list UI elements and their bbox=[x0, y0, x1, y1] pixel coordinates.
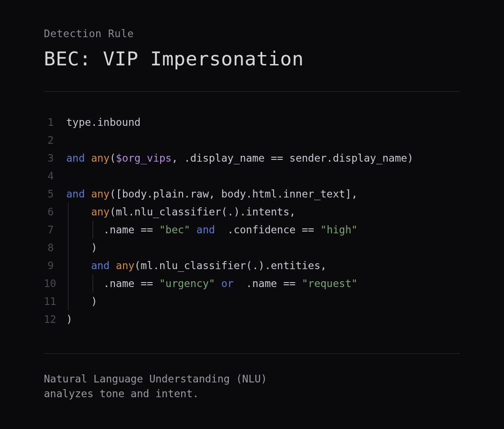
code-line: 10 .name == "urgency" or .name == "reque… bbox=[44, 275, 460, 292]
code-content bbox=[66, 167, 73, 185]
token-plain: (ml.nlu_classifier(.).intents, bbox=[110, 206, 295, 218]
code-content: and any($org_vips, .display_name == send… bbox=[66, 149, 413, 167]
code-line: 6 any(ml.nlu_classifier(.).intents, bbox=[44, 203, 460, 221]
indent-guide bbox=[68, 221, 68, 239]
divider-top bbox=[44, 91, 460, 92]
code-line: 9 and any(ml.nlu_classifier(.).entities, bbox=[44, 257, 460, 275]
token-plain: , .display_name == sender.display_name) bbox=[171, 152, 413, 164]
footer-line-2: analyzes tone and intent. bbox=[44, 386, 460, 401]
token-plain: (ml.nlu_classifier(.).entities, bbox=[134, 260, 326, 271]
token-kw-str: "request" bbox=[302, 278, 358, 289]
code-line: 5and any([body.plain.raw, body.html.inne… bbox=[44, 185, 460, 203]
code-content: and any(ml.nlu_classifier(.).entities, bbox=[66, 257, 327, 275]
line-number: 9 bbox=[44, 257, 66, 275]
code-line: 8 ) bbox=[44, 239, 460, 257]
code-line: 11 ) bbox=[44, 292, 460, 310]
token-kw-str: "bec" bbox=[159, 224, 190, 236]
code-line: 7 .name == "bec" and .confidence == "hig… bbox=[44, 221, 460, 239]
token-kw-and: or bbox=[221, 278, 234, 289]
code-line: 1type.inbound bbox=[44, 113, 460, 131]
code-line: 2 bbox=[44, 131, 460, 149]
token-plain: type.inbound bbox=[66, 116, 141, 128]
line-number: 5 bbox=[44, 185, 66, 203]
token-kw-var: $org_vips bbox=[116, 152, 172, 164]
indent-guide bbox=[68, 275, 68, 292]
token-plain: ( bbox=[110, 152, 116, 164]
indent-guide bbox=[93, 275, 93, 292]
line-number: 12 bbox=[44, 310, 66, 328]
token-plain bbox=[215, 278, 221, 289]
token-kw-any: any bbox=[91, 206, 110, 218]
token-plain: ) bbox=[91, 242, 97, 253]
token-kw-and: and bbox=[66, 188, 85, 200]
code-content: and any([body.plain.raw, body.html.inner… bbox=[66, 185, 358, 203]
token-plain: ([body.plain.raw, body.html.inner_text], bbox=[110, 188, 358, 200]
code-content bbox=[66, 131, 73, 149]
eyebrow-label: Detection Rule bbox=[44, 28, 460, 39]
code-line: 4 bbox=[44, 167, 460, 185]
code-content: ) bbox=[66, 310, 73, 328]
code-line: 3and any($org_vips, .display_name == sen… bbox=[44, 149, 460, 167]
divider-bottom bbox=[44, 353, 460, 354]
code-content: .name == "urgency" or .name == "request" bbox=[66, 275, 358, 292]
footer-line-1: Natural Language Understanding (NLU) bbox=[44, 372, 460, 386]
token-kw-and: and bbox=[91, 260, 110, 271]
token-plain bbox=[85, 188, 91, 200]
token-plain: ) bbox=[66, 313, 73, 325]
detection-rule-panel: Detection Rule BEC: VIP Impersonation 1t… bbox=[0, 0, 504, 401]
token-kw-any: any bbox=[91, 188, 110, 200]
line-number: 6 bbox=[44, 203, 66, 221]
code-content: type.inbound bbox=[66, 113, 141, 131]
line-number: 4 bbox=[44, 167, 66, 185]
token-kw-str: "high" bbox=[320, 224, 358, 236]
line-number: 1 bbox=[44, 113, 66, 131]
line-number: 3 bbox=[44, 149, 66, 167]
code-line: 12) bbox=[44, 310, 460, 328]
line-number: 2 bbox=[44, 131, 66, 149]
line-number: 11 bbox=[44, 292, 66, 310]
code-content: .name == "bec" and .confidence == "high" bbox=[66, 221, 358, 239]
token-kw-any: any bbox=[91, 152, 110, 164]
token-plain bbox=[110, 260, 116, 271]
indent-guide bbox=[68, 239, 68, 257]
rule-title: BEC: VIP Impersonation bbox=[44, 47, 460, 70]
token-kw-any: any bbox=[116, 260, 135, 271]
token-kw-and: and bbox=[196, 224, 215, 236]
indent-guide bbox=[68, 257, 68, 275]
token-plain: .confidence == bbox=[215, 224, 320, 236]
indent-guide bbox=[93, 221, 93, 239]
token-plain: .name == bbox=[103, 278, 159, 289]
token-plain: ) bbox=[91, 296, 97, 307]
indent-guide bbox=[68, 292, 68, 310]
token-plain: .name == bbox=[234, 278, 302, 289]
code-content: any(ml.nlu_classifier(.).intents, bbox=[66, 203, 295, 221]
code-block: 1type.inbound2 3and any($org_vips, .disp… bbox=[44, 113, 460, 328]
token-plain bbox=[190, 224, 196, 236]
code-content: ) bbox=[66, 239, 97, 257]
token-plain bbox=[85, 152, 91, 164]
token-kw-and: and bbox=[66, 152, 85, 164]
token-plain: .name == bbox=[103, 224, 159, 236]
token-kw-str: "urgency" bbox=[159, 278, 215, 289]
indent-guide bbox=[68, 203, 68, 221]
line-number: 7 bbox=[44, 221, 66, 239]
code-content: ) bbox=[66, 292, 97, 310]
line-number: 8 bbox=[44, 239, 66, 257]
line-number: 10 bbox=[44, 275, 66, 292]
footer-caption: Natural Language Understanding (NLU) ana… bbox=[44, 372, 460, 401]
